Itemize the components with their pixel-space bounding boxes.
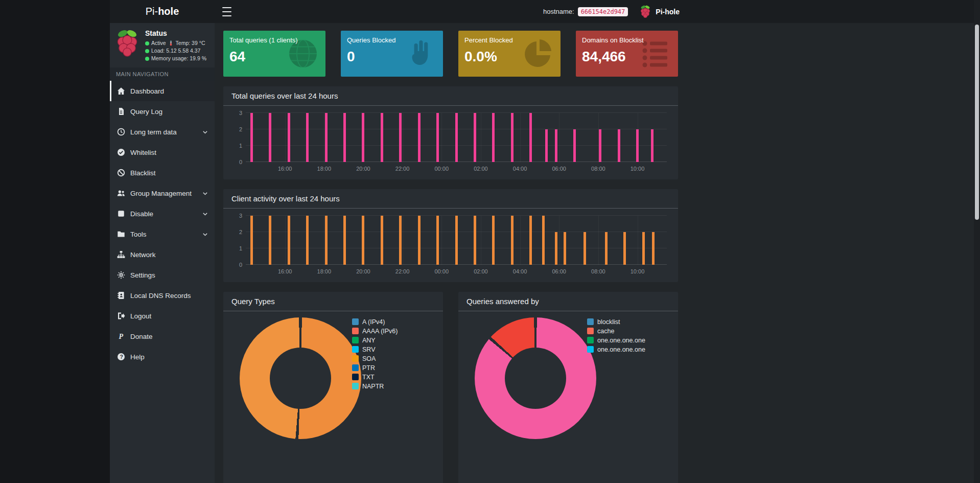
x-axis-label: 20:00 (352, 166, 375, 172)
topbar-right: hostname: 666154e2d947 Pi-hole (543, 0, 680, 23)
sidebar-item-blacklist[interactable]: Blacklist (110, 163, 215, 183)
legend-label: cache (597, 328, 614, 335)
total-queries-chart[interactable]: 012316:0018:0020:0022:0000:0002:0004:000… (246, 113, 667, 175)
sidebar-item-help[interactable]: ?Help (110, 347, 215, 367)
legend-swatch (352, 374, 359, 380)
sidebar-item-tools[interactable]: Tools (110, 224, 215, 244)
legend-swatch (352, 318, 359, 325)
panel-body: 012316:0018:0020:0022:0000:0002:0004:000… (223, 209, 678, 282)
legend-item[interactable]: blocklist (587, 318, 645, 325)
pihole-dashboard: Pi-hole hostname: 666154e2d947 Pi-hole S… (0, 0, 980, 483)
gridline (481, 216, 481, 265)
sidebar: Status ActiveTemp: 39 °CLoad: 5.12 5.58 … (110, 23, 215, 483)
sidebar-item-donate[interactable]: PDonate (110, 326, 215, 347)
sidebar-item-query-log[interactable]: Query Log (110, 101, 215, 122)
svg-text:P: P (119, 333, 124, 340)
client-activity-chart[interactable]: 012316:0018:0020:0022:0000:0002:0004:000… (246, 216, 667, 278)
legend-item[interactable]: SOA (352, 355, 398, 362)
chevron-down-icon (202, 129, 208, 135)
y-axis-label: 2 (232, 229, 242, 235)
hamburger-line (222, 15, 231, 16)
chart-bar (599, 129, 601, 162)
legend-item[interactable]: one.one.one.one (587, 346, 645, 353)
chart-bar (564, 232, 566, 265)
legend-item[interactable]: A (IPv4) (352, 318, 398, 325)
chart-bar (623, 232, 626, 265)
address-book-icon (117, 291, 125, 300)
x-axis-label: 16:00 (274, 268, 296, 274)
legend-swatch (352, 337, 359, 343)
chart-bar (529, 216, 532, 265)
sidebar-item-label: Long term data (130, 128, 177, 136)
home-icon (117, 87, 125, 95)
panel-body: A (IPv4)AAAA (IPv6)ANYSRVSOAPTRTXTNAPTR (223, 311, 443, 483)
file-icon (117, 107, 125, 116)
x-axis-label: 22:00 (391, 268, 414, 274)
folder-icon (117, 230, 125, 238)
hamburger-line (222, 7, 231, 8)
legend-item[interactable]: PTR (352, 364, 398, 371)
status-line: Memory usage: 19.9 % (145, 55, 206, 62)
legend-item[interactable]: NAPTR (352, 383, 398, 389)
x-axis-label: 08:00 (587, 166, 610, 172)
card-value: 84,466 (582, 49, 672, 65)
stop-icon (117, 210, 125, 218)
chart-bar (492, 216, 495, 265)
legend-item[interactable]: TXT (352, 374, 398, 380)
y-axis-label: 0 (232, 262, 242, 268)
sidebar-toggle-button[interactable] (222, 7, 232, 17)
legend-item[interactable]: ANY (352, 337, 398, 343)
hostname-value: 666154e2d947 (578, 7, 628, 16)
sidebar-item-network[interactable]: Network (110, 244, 215, 265)
gridline (598, 216, 599, 265)
status-dot-icon (145, 57, 149, 61)
stat-card-domains-on-blocklist[interactable]: Domains on Blocklist84,466 (576, 31, 678, 77)
gridline (441, 216, 442, 265)
brand-label: Pi-hole (656, 8, 680, 16)
sidebar-item-logout[interactable]: Logout (110, 306, 215, 326)
chart-bar (306, 113, 309, 162)
legend-item[interactable]: cache (587, 328, 645, 334)
gridline (441, 113, 442, 162)
y-axis-label: 1 (232, 143, 242, 149)
stat-card-queries-blocked[interactable]: Queries Blocked0 (341, 31, 443, 77)
query-types-donut[interactable] (240, 317, 361, 439)
donut-hole (505, 348, 566, 409)
sidebar-item-long-term-data[interactable]: Long term data (110, 122, 215, 142)
chart-bar (418, 216, 421, 265)
queries-answered-by-donut[interactable] (475, 317, 596, 439)
x-axis-label: 04:00 (509, 166, 531, 172)
stat-card-percent-blocked[interactable]: Percent Blocked0.0% (458, 31, 561, 77)
app-logo[interactable]: Pi-hole (110, 0, 215, 23)
scrollbar-thumb[interactable] (975, 25, 979, 220)
legend-item[interactable]: AAAA (IPv6) (352, 328, 398, 334)
chart-bar (418, 113, 421, 162)
legend-swatch (587, 318, 594, 325)
legend-swatch (352, 383, 359, 389)
sidebar-item-local-dns-records[interactable]: Local DNS Records (110, 285, 215, 306)
scrollbar[interactable] (974, 0, 980, 483)
sidebar-item-dashboard[interactable]: Dashboard (110, 81, 215, 101)
sidebar-item-label: Group Management (130, 190, 192, 197)
sidebar-item-whitelist[interactable]: Whitelist (110, 142, 215, 163)
thermometer-icon (168, 40, 174, 47)
x-axis-label: 16:00 (274, 166, 296, 172)
card-value: 0.0% (464, 49, 554, 65)
sidebar-item-settings[interactable]: Settings (110, 265, 215, 285)
legend-item[interactable]: one.one.one.one (587, 337, 645, 343)
x-axis-label: 10:00 (626, 268, 649, 274)
x-axis-label: 20:00 (352, 268, 375, 274)
sidebar-nav: DashboardQuery LogLong term dataWhitelis… (110, 81, 215, 367)
card-title: Domains on Blocklist (582, 36, 672, 44)
sidebar-item-disable[interactable]: Disable (110, 203, 215, 224)
stat-card-total-queries-1-clients[interactable]: Total queries (1 clients)64 (223, 31, 325, 77)
sidebar-item-group-management[interactable]: Group Management (110, 183, 215, 203)
sidebar-item-label: Network (130, 251, 156, 259)
chart-bar (269, 113, 271, 162)
chart-bar (288, 113, 290, 162)
chart-bar (381, 113, 383, 162)
legend-item[interactable]: SRV (352, 346, 398, 353)
panel-title: Total queries over last 24 hours (223, 86, 678, 106)
chart-bar (511, 216, 514, 265)
gridline (481, 113, 481, 162)
